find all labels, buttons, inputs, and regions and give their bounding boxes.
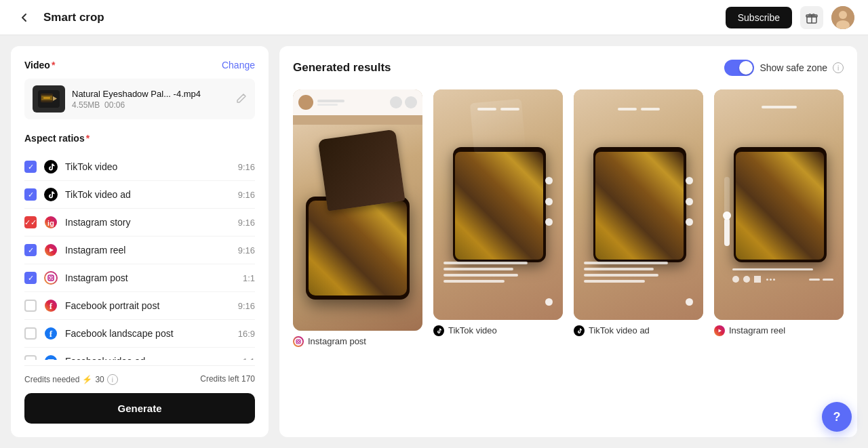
svg-point-3 xyxy=(839,11,847,19)
checkbox-instagram-reel[interactable] xyxy=(24,244,37,256)
result-card-tiktok-video: TikTok video xyxy=(433,89,563,336)
svg-point-31 xyxy=(294,337,303,346)
pencil-icon xyxy=(236,93,247,104)
video-thumb-image xyxy=(38,90,60,108)
checkbox-facebook-landscape[interactable] xyxy=(24,327,37,340)
avatar-image xyxy=(831,6,854,29)
checkbox-tiktok-video[interactable] xyxy=(24,161,37,173)
right-panel: Generated results Show safe zone i xyxy=(279,46,857,437)
subscribe-button[interactable]: Subscribe xyxy=(726,7,792,28)
tiktok-video-ad-card-label: TikTok video ad xyxy=(574,325,703,336)
change-link[interactable]: Change xyxy=(222,60,255,70)
checkbox-instagram-story[interactable]: ✓ xyxy=(24,216,37,228)
lightning-icon: ⚡ xyxy=(82,375,92,384)
ratio-item-instagram-reel: Instagram reel 9:16 xyxy=(24,237,255,264)
instagram-reel-card-label: Instagram reel xyxy=(714,325,844,336)
ratio-item-tiktok-video-ad: TikTok video ad 9:16 xyxy=(24,181,255,209)
instagram-story-icon: ig xyxy=(43,215,58,230)
svg-point-33 xyxy=(298,340,300,342)
checkbox-instagram-post[interactable] xyxy=(24,272,37,284)
ratio-item-facebook-landscape: f Facebook landscape post 16:9 xyxy=(24,320,255,348)
toggle-knob xyxy=(739,61,753,75)
video-info: Natural Eyeshadow Pal... -4.mp4 4.55MB 0… xyxy=(72,89,229,110)
credits-needed-value: 30 xyxy=(95,375,104,384)
checkbox-facebook-portrait[interactable] xyxy=(24,300,37,312)
credits-left-value: 170 xyxy=(241,374,255,384)
tiktok-video-card-label: TikTok video xyxy=(433,325,563,336)
gift-icon xyxy=(805,11,818,24)
svg-text:ig: ig xyxy=(47,219,54,227)
video-thumbnail xyxy=(33,85,65,113)
required-star: * xyxy=(52,60,55,70)
video-filename: Natural Eyeshadow Pal... -4.mp4 xyxy=(72,89,229,99)
tiktok-video-preview[interactable] xyxy=(433,89,563,320)
instagram-post-card-icon xyxy=(293,336,304,347)
tiktok-ad-card-icon xyxy=(574,325,585,336)
video-meta: 4.55MB 00:06 xyxy=(72,100,229,110)
tiktok-ad-icon xyxy=(43,187,58,202)
left-footer: Credits needed ⚡ 30 i Credits left 170 G… xyxy=(24,365,255,424)
ratio-name-instagram-story: Instagram story xyxy=(65,217,231,228)
svg-text:f: f xyxy=(50,301,53,311)
help-button[interactable]: ? xyxy=(822,402,852,432)
instagram-post-card-label: Instagram post xyxy=(293,336,422,347)
ratio-value-tiktok-video: 9:16 xyxy=(238,162,255,172)
svg-rect-8 xyxy=(43,97,50,99)
credits-left-label: Credits left xyxy=(200,374,239,384)
edit-video-button[interactable] xyxy=(236,93,247,106)
main-layout: Video* Change Natural Eyeshadow Pal... -… xyxy=(0,35,868,448)
back-button[interactable] xyxy=(14,7,35,28)
ratio-item-instagram-post: Instagram post 1:1 xyxy=(24,264,255,292)
video-section-label: Video* Change xyxy=(24,60,255,70)
result-card-instagram-post-large: Instagram post xyxy=(293,89,422,347)
credits-row: Credits needed ⚡ 30 i Credits left 170 xyxy=(24,374,255,385)
safe-zone-label: Show safe zone xyxy=(760,62,827,73)
ratio-item-instagram-story: ✓ ig xyxy=(24,209,255,237)
user-avatar[interactable] xyxy=(831,6,854,29)
checkbox-tiktok-video-ad[interactable] xyxy=(24,188,37,201)
svg-text:f: f xyxy=(50,329,53,339)
back-icon xyxy=(18,12,31,24)
tiktok-video-ad-preview[interactable] xyxy=(574,89,703,320)
ratio-item-facebook-portrait: f Facebook portrait post 9:16 xyxy=(24,292,255,320)
tiktok-icon xyxy=(43,159,58,174)
credits-left: Credits left 170 xyxy=(200,374,255,385)
svg-point-17 xyxy=(52,275,53,276)
ratio-value-facebook-landscape: 16:9 xyxy=(238,329,255,339)
ratio-name-instagram-reel: Instagram reel xyxy=(65,245,231,256)
app-header: Smart crop Subscribe xyxy=(0,0,868,35)
safe-zone-toggle-switch[interactable] xyxy=(724,60,754,76)
left-panel: Video* Change Natural Eyeshadow Pal... -… xyxy=(11,46,269,437)
ratio-item-tiktok-video: TikTok video 9:16 xyxy=(24,153,255,181)
results-grid: TikTok video xyxy=(293,89,844,347)
ratio-value-instagram-story: 9:16 xyxy=(238,218,255,228)
result-card-tiktok-video-ad: TikTok video ad xyxy=(574,89,703,336)
ratio-name-tiktok-video-ad: TikTok video ad xyxy=(65,189,231,200)
instagram-post-large-preview[interactable] xyxy=(293,89,422,331)
results-title: Generated results xyxy=(293,61,724,75)
instagram-reel-card-icon xyxy=(714,325,725,336)
tiktok-video-ad-label: TikTok video ad xyxy=(589,325,650,335)
instagram-post-label: Instagram post xyxy=(308,336,366,346)
ratio-name-facebook-video-ad: Facebook video ad xyxy=(65,356,236,360)
svg-point-16 xyxy=(50,277,52,279)
aspect-ratios-section: Aspect ratios* TikTok video 9:16 xyxy=(24,133,255,360)
instagram-reel-preview[interactable] xyxy=(714,89,844,320)
facebook-landscape-icon: f xyxy=(43,326,58,341)
ratio-value-instagram-reel: 9:16 xyxy=(238,245,255,256)
safe-zone-toggle: Show safe zone i xyxy=(724,60,844,76)
gift-icon-button[interactable] xyxy=(800,6,823,29)
video-file-row: Natural Eyeshadow Pal... -4.mp4 4.55MB 0… xyxy=(24,79,255,119)
safe-zone-info-icon[interactable]: i xyxy=(833,62,844,73)
results-header: Generated results Show safe zone i xyxy=(293,60,844,76)
ratio-item-facebook-video-ad: Facebook video ad 1:1 xyxy=(24,348,255,360)
facebook-video-ad-icon xyxy=(43,354,58,360)
svg-rect-32 xyxy=(296,340,300,344)
generate-button[interactable]: Generate xyxy=(24,393,255,424)
checkbox-facebook-video-ad[interactable] xyxy=(24,355,37,360)
aspect-ratios-label: Aspect ratios* xyxy=(24,133,255,144)
tiktok-video-label: TikTok video xyxy=(448,325,497,335)
result-card-instagram-reel: Instagram reel xyxy=(714,89,844,336)
credits-info-icon[interactable]: i xyxy=(107,374,118,385)
ratio-name-instagram-post: Instagram post xyxy=(65,272,236,283)
